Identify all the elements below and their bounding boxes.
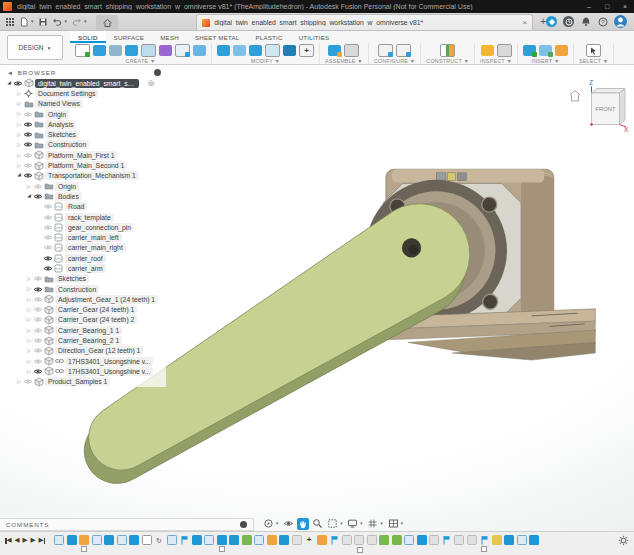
browser-options-icon[interactable] bbox=[154, 69, 161, 76]
create-form-button[interactable] bbox=[159, 45, 172, 56]
tree-item[interactable]: ◢Transportation_Mechanism 1 bbox=[2, 171, 166, 181]
expander-icon[interactable]: ▷ bbox=[25, 184, 33, 189]
timeline-feature-solid-feature[interactable] bbox=[67, 535, 77, 545]
ribbon-tab-sheet-metal[interactable]: SHEET METAL bbox=[187, 31, 248, 43]
tree-item[interactable]: ▷Analysis bbox=[2, 119, 166, 129]
measure-button[interactable] bbox=[481, 45, 494, 56]
timeline-feature-solid-feature[interactable] bbox=[279, 535, 289, 545]
timeline-feature-solid-feature[interactable] bbox=[504, 535, 514, 545]
tree-item[interactable]: ▷Carrier_Bearing_2 1 bbox=[2, 335, 166, 345]
visibility-eye-icon[interactable] bbox=[33, 306, 43, 313]
group-label-assemble[interactable]: ASSEMBLE ▼ bbox=[325, 58, 363, 64]
save-button[interactable] bbox=[36, 15, 50, 29]
visibility-eye-icon[interactable] bbox=[23, 378, 33, 385]
extensions-button[interactable] bbox=[546, 16, 557, 27]
group-label-construct[interactable]: CONSTRUCT ▼ bbox=[426, 58, 469, 64]
help-button[interactable]: ? bbox=[597, 16, 608, 27]
group-label-inspect[interactable]: INSPECT ▼ bbox=[480, 58, 512, 64]
tree-item[interactable]: ▷Carrier_Bearing_1 1 bbox=[2, 325, 166, 335]
expander-icon[interactable]: ◢ bbox=[5, 81, 13, 86]
timeline-feature-solid-feature[interactable] bbox=[104, 535, 114, 545]
timeline-feature-suppressed[interactable] bbox=[342, 535, 352, 545]
expander-icon[interactable]: ▷ bbox=[25, 297, 33, 302]
close-tab-icon[interactable]: × bbox=[522, 19, 527, 27]
timeline-feature-component-green[interactable] bbox=[392, 535, 402, 545]
group-label-insert[interactable]: INSERT ▼ bbox=[531, 58, 559, 64]
visibility-eye-icon[interactable] bbox=[43, 255, 53, 262]
step-forward-button[interactable]: ▶ bbox=[31, 537, 36, 544]
tree-item[interactable]: ▷Carrier_Gear (24 teeth) 1 bbox=[2, 305, 166, 315]
expander-icon[interactable]: ◢ bbox=[15, 173, 23, 178]
timeline-feature-suppressed[interactable] bbox=[467, 535, 477, 545]
timeline-feature-sketch[interactable] bbox=[404, 535, 414, 545]
timeline-feature-suppressed[interactable] bbox=[454, 535, 464, 545]
timeline-feature-solid-feature[interactable] bbox=[192, 535, 202, 545]
canvas-button[interactable] bbox=[539, 45, 552, 56]
tree-item[interactable]: ▷Named Views bbox=[2, 99, 166, 109]
timeline-feature-component-green[interactable] bbox=[242, 535, 252, 545]
pan-button[interactable] bbox=[297, 518, 309, 530]
comments-options-icon[interactable] bbox=[240, 521, 247, 528]
go-to-start-button[interactable]: ◀ bbox=[5, 537, 12, 544]
timeline-feature-sketch[interactable] bbox=[117, 535, 127, 545]
expander-icon[interactable]: ▷ bbox=[25, 359, 33, 364]
configuration-table-button[interactable] bbox=[396, 44, 411, 57]
visibility-eye-icon[interactable] bbox=[23, 131, 33, 138]
expander-icon[interactable]: ▷ bbox=[25, 338, 33, 343]
visibility-eye-icon[interactable] bbox=[13, 80, 23, 87]
tree-item[interactable]: ▷Platform_Main_First 1 bbox=[2, 150, 166, 160]
select-button[interactable] bbox=[586, 44, 601, 57]
timeline-feature-solid-feature[interactable] bbox=[129, 535, 139, 545]
timeline-feature-solid-feature[interactable] bbox=[529, 535, 539, 545]
ribbon-tab-mesh[interactable]: MESH bbox=[152, 31, 187, 43]
timeline-feature-suppressed[interactable] bbox=[429, 535, 439, 545]
group-label-select[interactable]: SELECT ▼ bbox=[579, 58, 608, 64]
visibility-eye-icon[interactable] bbox=[33, 183, 43, 190]
visibility-eye-icon[interactable] bbox=[43, 244, 53, 251]
extrude-button[interactable] bbox=[93, 45, 106, 56]
display-settings-button[interactable]: ▼ bbox=[346, 518, 364, 530]
revolve-button[interactable] bbox=[125, 45, 138, 56]
expander-icon[interactable]: ▷ bbox=[25, 317, 33, 322]
expander-icon[interactable]: ◢ bbox=[25, 194, 33, 199]
comments-bar[interactable]: COMMENTS bbox=[0, 518, 254, 531]
screw-hole[interactable] bbox=[483, 294, 498, 309]
timeline-feature-document[interactable] bbox=[142, 535, 152, 545]
tree-item[interactable]: carrier_roof bbox=[2, 253, 166, 263]
visibility-eye-icon[interactable] bbox=[23, 152, 33, 159]
tree-item[interactable]: ▷Origin bbox=[2, 181, 166, 191]
visibility-eye-icon[interactable] bbox=[33, 368, 43, 375]
pattern-button[interactable] bbox=[193, 45, 206, 56]
expander-icon[interactable]: ▷ bbox=[15, 132, 23, 137]
expander-icon[interactable]: ▷ bbox=[25, 348, 33, 353]
expander-icon[interactable]: ▷ bbox=[15, 101, 23, 106]
expander-icon[interactable]: ▷ bbox=[25, 286, 33, 291]
visibility-eye-icon[interactable] bbox=[23, 141, 33, 148]
timeline-feature-suppressed[interactable] bbox=[367, 535, 377, 545]
press-pull-button[interactable] bbox=[217, 45, 230, 56]
timeline-feature-move[interactable]: + bbox=[304, 535, 314, 545]
expander-icon[interactable]: ▷ bbox=[15, 163, 23, 168]
profile-button[interactable] bbox=[614, 15, 627, 28]
home-view-icon[interactable] bbox=[570, 91, 580, 102]
visibility-eye-icon[interactable] bbox=[23, 111, 33, 118]
zoom-button[interactable] bbox=[311, 518, 324, 530]
new-component-button[interactable] bbox=[328, 45, 341, 56]
close-button[interactable]: × bbox=[616, 0, 634, 13]
tree-item[interactable]: ▷Origin bbox=[2, 109, 166, 119]
timeline-feature-sketch[interactable] bbox=[54, 535, 64, 545]
expander-icon[interactable]: ▷ bbox=[15, 122, 23, 127]
visibility-eye-icon[interactable] bbox=[33, 316, 43, 323]
visibility-eye-icon[interactable] bbox=[43, 265, 53, 272]
timeline-settings-button[interactable] bbox=[618, 535, 629, 546]
visibility-eye-icon[interactable] bbox=[43, 234, 53, 241]
timeline-feature-sketch[interactable] bbox=[204, 535, 214, 545]
timeline-feature-joint-orange[interactable] bbox=[317, 535, 327, 545]
timeline-feature-sketch[interactable] bbox=[254, 535, 264, 545]
visibility-eye-icon[interactable] bbox=[33, 193, 43, 200]
activate-component-icon[interactable]: ◎ bbox=[148, 79, 154, 87]
timeline-feature-component-green[interactable] bbox=[379, 535, 389, 545]
loft-button[interactable] bbox=[141, 44, 156, 57]
redo-button[interactable]: ▼ bbox=[70, 15, 89, 29]
tree-item[interactable]: carrier_main_left bbox=[2, 232, 166, 242]
